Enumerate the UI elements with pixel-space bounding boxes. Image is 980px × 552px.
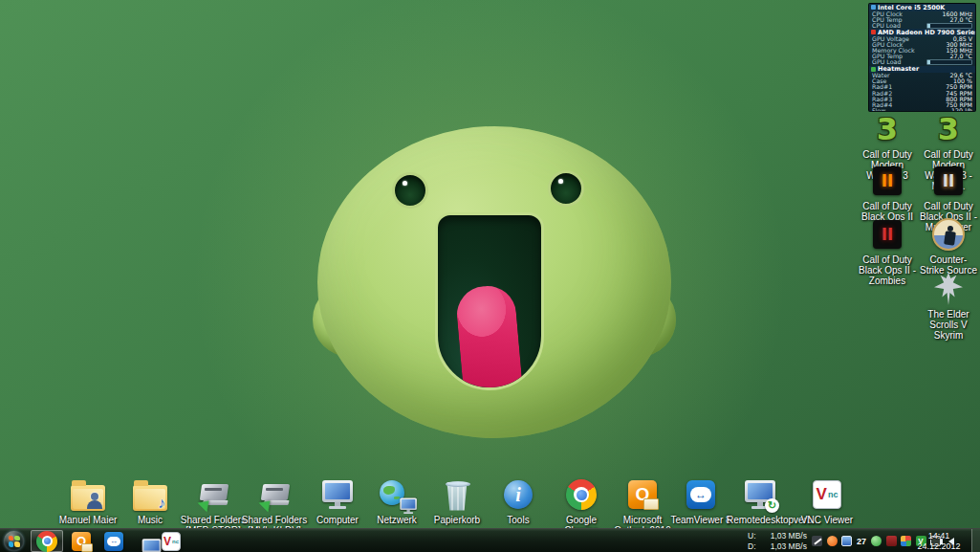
- taskbar-outlook-button[interactable]: O: [67, 530, 96, 552]
- clock-date: 24.12.2012: [910, 541, 968, 552]
- desktop-icon-teamviewer[interactable]: ↔ TeamViewer 8: [667, 476, 734, 525]
- green-app-tray-icon[interactable]: [870, 535, 882, 547]
- network-icon: [380, 478, 414, 511]
- hardware-monitor-gadget[interactable]: Intel Core i5 2500K CPU Clock1600 MHz CP…: [868, 3, 976, 112]
- show-desktop-button[interactable]: [971, 529, 980, 552]
- recycle-bin-icon: [446, 479, 468, 511]
- desktop-icon-label: Remotedesktopverb...: [727, 515, 794, 525]
- red-app-tray-icon[interactable]: [885, 535, 898, 547]
- taskbar-teamviewer-button[interactable]: ↔: [99, 530, 128, 552]
- gpu-load-bar: [926, 59, 972, 65]
- desktop-icon-black-ops-2-zombies[interactable]: II Call of Duty Black Ops II - Zombies: [857, 216, 918, 286]
- vnc-viewer-icon: Vnc: [813, 480, 841, 509]
- chrome-icon: [566, 479, 597, 510]
- pen-tray-icon[interactable]: [811, 535, 823, 547]
- smiley-right-eye: [548, 170, 584, 207]
- desktop-icon-vnc-viewer[interactable]: Vnc VNC Viewer: [794, 476, 860, 525]
- desktop-icon-google-chrome[interactable]: Google Chrome: [548, 476, 615, 536]
- smiley-left-eye: [392, 172, 428, 209]
- user-folder-icon: [71, 485, 105, 511]
- teamviewer-icon: ↔: [686, 480, 715, 509]
- desktop-icon-label: The Elder Scrolls V Skyrim: [918, 309, 979, 341]
- desktop-icon-tools[interactable]: i Tools: [485, 476, 552, 525]
- desktop-icon-shared-folders-2[interactable]: Shared Folders [MVL-KLDV]: [241, 476, 308, 536]
- mw3-icon: 3: [877, 114, 898, 144]
- clock-time: 14:41: [910, 531, 968, 541]
- black-ops-2-icon: II: [873, 166, 902, 195]
- taskbar-chrome-button[interactable]: [31, 530, 63, 552]
- taskbar-vnc-button[interactable]: Vnc: [157, 530, 185, 552]
- taskbar-clock[interactable]: 14:41 24.12.2012: [910, 531, 968, 551]
- coretemp-tray-icon[interactable]: 27: [856, 535, 868, 547]
- shared-folders-icon: [197, 478, 229, 511]
- teamviewer-icon: ↔: [104, 532, 123, 551]
- desktop-icon-label: Call of Duty Black Ops II - Zombies: [857, 254, 918, 286]
- desktop-icon-label: Netzwerk: [363, 515, 430, 525]
- upload-label: U:: [748, 531, 756, 541]
- download-value: 1,03 MB/s: [771, 541, 807, 552]
- network-speed-monitor[interactable]: U:1,03 MB/s D:1,03 MB/s: [748, 531, 807, 551]
- info-icon: i: [504, 480, 533, 509]
- desktop-icon-remote-desktop[interactable]: ↻ Remotedesktopverb...: [727, 476, 794, 525]
- taskbar: O ↔ Vnc U:1,03 MB/s D:1,03 MB/s 27 V: [0, 528, 980, 552]
- desktop-icon-label: Papierkorb: [424, 515, 490, 525]
- mw3-icon: 3: [938, 114, 959, 144]
- outlook-icon: O: [72, 532, 91, 551]
- smiley-tongue: [454, 284, 524, 390]
- wallpaper: [0, 0, 980, 552]
- desktop-icon-skyrim[interactable]: The Elder Scrolls V Skyrim: [918, 271, 979, 341]
- desktop-icon-black-ops-2[interactable]: II Call of Duty Black Ops II: [857, 163, 918, 222]
- download-label: D:: [748, 541, 756, 552]
- desktop-icon-computer[interactable]: Computer: [304, 476, 371, 525]
- desktop-icon-outlook[interactable]: O Microsoft Outlook 2010: [609, 476, 676, 536]
- desktop-icon-label: Manuel Maier: [54, 515, 121, 525]
- desktop-icon-counter-strike-source[interactable]: Counter-Strike Source: [918, 216, 979, 276]
- counter-strike-source-icon: [932, 218, 965, 251]
- taskbar-remote-desktop-button[interactable]: [130, 530, 159, 552]
- chrome-icon: [36, 531, 57, 552]
- desktop-icon-recycle-bin[interactable]: Papierkorb: [424, 476, 490, 525]
- shared-folders-icon: [258, 478, 291, 511]
- windows-logo-icon: [9, 536, 20, 547]
- computer-icon: [320, 478, 355, 511]
- remote-desktop-icon: ↻: [743, 478, 777, 511]
- desktop-icon-label: Music: [117, 515, 184, 525]
- skyrim-icon: [934, 273, 963, 305]
- black-ops-2-multiplayer-icon: II: [934, 166, 963, 195]
- smiley-mouth: [435, 212, 544, 390]
- network-tray-icon[interactable]: [840, 535, 853, 547]
- heatmaster-icon: [871, 67, 876, 72]
- vnc-viewer-icon: Vnc: [162, 532, 181, 551]
- desktop-icon-user-folder[interactable]: Manuel Maier: [54, 476, 121, 525]
- cpu-icon: [871, 5, 876, 10]
- amd-icon: [871, 30, 876, 34]
- desktop-icon-label: Computer: [304, 515, 371, 525]
- outlook-icon: O: [628, 480, 657, 509]
- start-button[interactable]: [4, 531, 24, 551]
- orange-app-tray-icon[interactable]: [826, 535, 838, 547]
- desktop-icon-label: VNC Viewer: [794, 515, 860, 525]
- desktop-icon-network[interactable]: Netzwerk: [363, 476, 430, 525]
- black-ops-2-zombies-icon: II: [873, 220, 902, 249]
- desktop-icon-shared-folders-1[interactable]: Shared Folders [MFP-STOR]: [180, 476, 247, 536]
- music-note-icon: ♪: [158, 496, 165, 511]
- upload-value: 1,03 MB/s: [771, 531, 807, 541]
- music-folder-icon: ♪: [133, 485, 167, 511]
- desktop-icon-label: Tools: [485, 515, 552, 525]
- desktop-icon-label: TeamViewer 8: [667, 515, 734, 525]
- desktop: Intel Core i5 2500K CPU Clock1600 MHz CP…: [0, 0, 980, 552]
- desktop-icon-music[interactable]: ♪ Music: [117, 476, 184, 525]
- smiley-face: [317, 126, 671, 438]
